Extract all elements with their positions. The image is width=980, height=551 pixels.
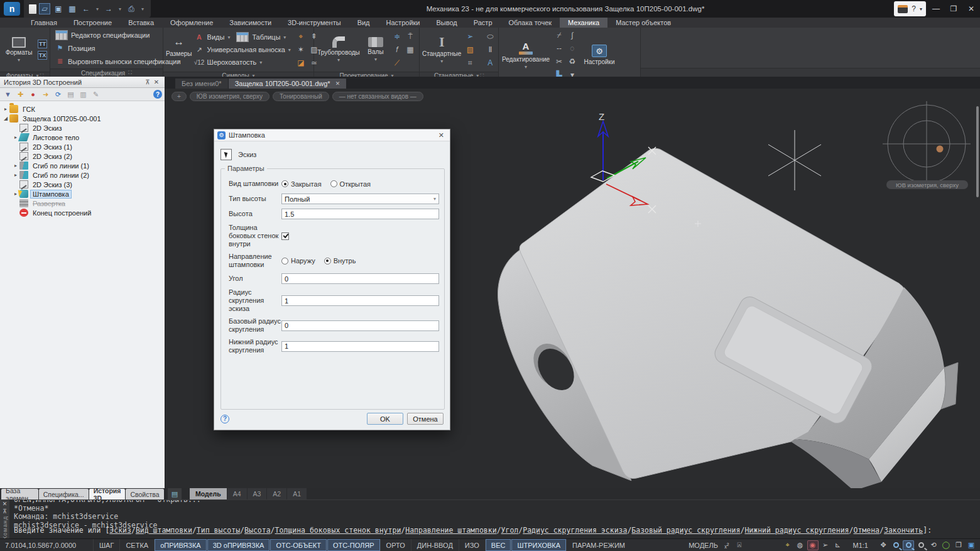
dimensions-button[interactable]: ↔ Размеры▾ (166, 29, 192, 70)
command-option[interactable]: Направление штамповки (405, 526, 496, 535)
document-tab[interactable]: Без имени0* (175, 79, 228, 89)
new-file-icon[interactable] (29, 4, 36, 14)
menu-tab-Растр[interactable]: Растр (466, 18, 501, 28)
collapse-icon[interactable]: ▸ (13, 163, 19, 168)
command-option[interactable]: Базовый радиус скругления (631, 526, 740, 535)
bulb-icon[interactable]: ◍ (795, 540, 806, 550)
graph-icon[interactable]: ⊾ (832, 540, 844, 550)
viewports-icon[interactable]: ❐ (953, 540, 964, 550)
dialog-help-icon[interactable]: ? (220, 415, 229, 423)
viewport-control-1[interactable]: Тонированный (273, 92, 329, 101)
sketch-select-button[interactable] (220, 149, 232, 160)
ruler-icon[interactable]: ⟋ (391, 57, 403, 68)
orbit-small-icon[interactable]: ♻ (567, 56, 578, 67)
panel-tab-Свойства[interactable]: Свойства (126, 489, 163, 499)
status-toggle-3D оПРИВЯЗКА[interactable]: 3D оПРИВЯЗКА (207, 539, 270, 551)
collapse-icon[interactable]: ▸ (13, 134, 19, 140)
report-icon[interactable]: ▤ (65, 89, 76, 99)
shafts-button[interactable]: Валы▾ (363, 29, 388, 70)
viewport-control-0[interactable]: ЮВ изометрия, сверху (190, 92, 270, 101)
standard-parts-button[interactable]: I Стандартные▾ (422, 29, 461, 70)
ok-button[interactable]: OK (367, 413, 403, 425)
status-toggle-ШАГ[interactable]: ШАГ (93, 539, 119, 551)
collapse-icon[interactable]: ▸ (13, 172, 19, 178)
section-icon[interactable]: Ⅱ (484, 44, 496, 55)
height-type-select[interactable]: Полный ▾ (281, 194, 439, 204)
select-standard-icon[interactable]: ➢ (464, 31, 476, 42)
status-toggle-ДИН-ВВОД[interactable]: ДИН-ВВОД (411, 539, 459, 551)
gear-kbd-icon[interactable]: ⌗ (464, 57, 476, 68)
status-toggle-ОТС-ОБЪЕКТ[interactable]: ОТС-ОБЪЕКТ (270, 539, 326, 551)
dashes-icon[interactable]: -- (553, 43, 565, 54)
undo-menu-icon[interactable]: ▾ (94, 3, 101, 14)
tab-close-icon[interactable]: ✕ (335, 80, 340, 87)
sketch-radius-input[interactable]: 1 (281, 295, 439, 306)
selection-cycling-icon[interactable]: ◉ (807, 540, 819, 550)
tree-item[interactable]: ▸Листовое тело (0, 133, 165, 142)
layout-tab-А3[interactable]: А3 (248, 488, 267, 499)
layout-tab-А1[interactable]: А1 (287, 488, 307, 499)
layout-tab-А2[interactable]: А2 (267, 488, 286, 499)
scale-group[interactable]: М1:1 (844, 539, 877, 551)
expand-icon[interactable]: ◢ (3, 116, 9, 121)
group-box-icon[interactable]: ▧ (464, 44, 476, 55)
zoom-icon[interactable] (890, 540, 901, 550)
command-option[interactable]: Эскиз (109, 526, 131, 535)
refresh-icon[interactable]: ⟳ (53, 89, 63, 99)
open-file-icon[interactable]: ▱ (39, 3, 50, 14)
status-toggle-оПРИВЯЗКА[interactable]: оПРИВЯЗКА (154, 539, 207, 551)
text-a-icon[interactable]: A (484, 57, 496, 68)
wall-thickness-checkbox[interactable] (281, 232, 289, 240)
tree-item[interactable]: 2D Эскиз (3) (0, 180, 165, 189)
mark-icon[interactable]: ◪ (295, 57, 307, 68)
redo-icon[interactable]: → (103, 3, 114, 14)
views-button[interactable]: A Виды▾ (195, 31, 231, 43)
pipelines-button[interactable]: Трубопроводы▾ (317, 29, 361, 70)
command-prompt[interactable]: Введите значение или [Эскиз/Вид штамповк… (14, 526, 977, 535)
layout-tab-Модель[interactable]: Модель (190, 488, 227, 499)
filter-icon[interactable]: ▼ (3, 89, 13, 99)
toolbox-icon[interactable] (898, 5, 908, 13)
fastener-icon[interactable]: ≑ (391, 31, 403, 42)
toolbar-menu-icon[interactable]: ▾ (139, 3, 146, 14)
tx-button[interactable]: ТХ (38, 51, 47, 60)
add-viewport-control[interactable]: + (172, 92, 187, 101)
viewport-control-2[interactable]: — нет связанных видов — (332, 92, 423, 101)
settings-button[interactable]: ⚙ Настройки (581, 35, 618, 76)
status-toggle-ОТС-ПОЛЯР[interactable]: ОТС-ПОЛЯР (327, 539, 380, 551)
menu-tab-Вид[interactable]: Вид (349, 18, 378, 28)
direction-in-radio[interactable]: Внутрь (324, 257, 356, 265)
save-icon[interactable]: ▣ (53, 3, 64, 14)
chip-icon[interactable]: ▦ (405, 44, 416, 55)
menu-tab-Мастер объектов[interactable]: Мастер объектов (607, 18, 679, 28)
panel-tab-База элемен...[interactable]: База элемен... (1, 489, 38, 499)
formats-button[interactable]: Форматы▾ (3, 29, 35, 70)
menu-tab-3D-инструменты[interactable]: 3D-инструменты (280, 18, 349, 28)
zoom-realtime-icon[interactable] (903, 540, 914, 550)
command-option[interactable]: Тип высоты (197, 526, 240, 535)
navigation-locator[interactable] (883, 101, 971, 187)
status-toggle-ВЕС[interactable]: ВЕС (485, 539, 511, 551)
export-icon[interactable]: ➜ (40, 89, 51, 99)
tree-item[interactable]: ◢Защелка 10П205-00-001 (0, 114, 165, 123)
command-option[interactable]: Радиус скругления эскиза (523, 526, 627, 535)
annotation-monitor-icon[interactable]: ⍓ (734, 540, 745, 550)
tree-item[interactable]: 2D Эскиз (1) (0, 142, 165, 151)
help-menu-icon[interactable]: ▾ (920, 6, 922, 12)
menu-tab-Главная[interactable]: Главная (23, 18, 65, 28)
menu-tab-Построение[interactable]: Построение (65, 18, 120, 28)
specification-group-label[interactable]: Спецификация⛶ (50, 68, 163, 77)
app-logo-icon[interactable]: n (4, 2, 20, 16)
tables-button[interactable]: Таблицы▾ (236, 31, 286, 43)
print-icon[interactable]: ⎙ (126, 3, 137, 14)
status-toggle-ОРТО[interactable]: ОРТО (380, 539, 411, 551)
cursor-menu-icon[interactable]: ➢ (820, 540, 831, 550)
menu-tab-Зависимости[interactable]: Зависимости (221, 18, 280, 28)
add-body-icon[interactable]: ✚ (15, 89, 26, 99)
save-as-icon[interactable]: ▦ (67, 3, 78, 14)
status-toggle-ИЗО[interactable]: ИЗО (459, 539, 485, 551)
link-icon[interactable]: ✂ (553, 56, 565, 67)
command-option[interactable]: Нижний радиус скругления (744, 526, 849, 535)
universal-leader-button[interactable]: ↗ Универсальная выноска▾ (195, 44, 291, 56)
tree-item[interactable]: Развертка (0, 199, 165, 208)
